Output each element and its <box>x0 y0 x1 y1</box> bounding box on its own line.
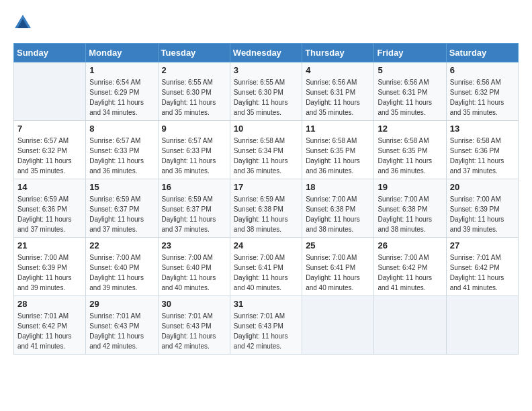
day-number: 20 <box>450 182 515 192</box>
svg-rect-2 <box>20 24 26 28</box>
day-cell: 3Sunrise: 6:55 AMSunset: 6:30 PMDaylight… <box>230 62 302 121</box>
day-number: 18 <box>306 182 370 192</box>
day-info: Sunrise: 7:00 AMSunset: 6:39 PMDaylight:… <box>450 194 515 234</box>
day-cell: 17Sunrise: 6:59 AMSunset: 6:38 PMDayligh… <box>230 179 302 238</box>
day-cell: 26Sunrise: 7:00 AMSunset: 6:42 PMDayligh… <box>374 238 446 296</box>
weekday-header-saturday: Saturday <box>446 44 518 62</box>
day-cell: 13Sunrise: 6:58 AMSunset: 6:36 PMDayligh… <box>446 121 518 179</box>
weekday-header-monday: Monday <box>86 44 158 62</box>
logo-icon <box>13 13 32 32</box>
day-cell: 25Sunrise: 7:00 AMSunset: 6:41 PMDayligh… <box>302 238 374 296</box>
day-info: Sunrise: 7:00 AMSunset: 6:41 PMDaylight:… <box>306 253 370 293</box>
day-info: Sunrise: 6:55 AMSunset: 6:30 PMDaylight:… <box>234 77 298 118</box>
day-info: Sunrise: 6:56 AMSunset: 6:32 PMDaylight:… <box>450 77 515 118</box>
day-number: 14 <box>17 182 82 192</box>
day-info: Sunrise: 7:00 AMSunset: 6:38 PMDaylight:… <box>378 194 442 234</box>
day-number: 11 <box>306 124 370 134</box>
day-info: Sunrise: 6:56 AMSunset: 6:31 PMDaylight:… <box>306 77 370 118</box>
day-number: 6 <box>450 65 515 75</box>
day-cell <box>302 296 374 355</box>
day-info: Sunrise: 6:57 AMSunset: 6:33 PMDaylight:… <box>162 136 226 176</box>
day-number: 26 <box>378 240 442 250</box>
day-number: 28 <box>17 299 82 309</box>
day-info: Sunrise: 6:58 AMSunset: 6:36 PMDaylight:… <box>450 136 515 176</box>
day-cell: 9Sunrise: 6:57 AMSunset: 6:33 PMDaylight… <box>158 121 230 179</box>
day-cell: 14Sunrise: 6:59 AMSunset: 6:36 PMDayligh… <box>14 179 86 238</box>
day-cell: 30Sunrise: 7:01 AMSunset: 6:43 PMDayligh… <box>158 296 230 355</box>
day-number: 31 <box>234 299 298 309</box>
day-number: 22 <box>89 240 154 250</box>
day-cell <box>14 62 86 121</box>
day-info: Sunrise: 7:00 AMSunset: 6:41 PMDaylight:… <box>234 253 298 293</box>
day-info: Sunrise: 7:00 AMSunset: 6:39 PMDaylight:… <box>17 253 82 293</box>
day-cell <box>446 296 518 355</box>
page-header <box>13 13 519 32</box>
day-info: Sunrise: 6:59 AMSunset: 6:37 PMDaylight:… <box>89 194 154 234</box>
day-cell: 2Sunrise: 6:55 AMSunset: 6:30 PMDaylight… <box>158 62 230 121</box>
day-info: Sunrise: 6:57 AMSunset: 6:33 PMDaylight:… <box>89 136 154 176</box>
day-info: Sunrise: 7:01 AMSunset: 6:43 PMDaylight:… <box>89 311 154 351</box>
weekday-header-row: SundayMondayTuesdayWednesdayThursdayFrid… <box>14 44 519 62</box>
day-info: Sunrise: 7:00 AMSunset: 6:40 PMDaylight:… <box>89 253 154 293</box>
calendar-table: SundayMondayTuesdayWednesdayThursdayFrid… <box>13 43 519 355</box>
day-info: Sunrise: 7:00 AMSunset: 6:38 PMDaylight:… <box>306 194 370 234</box>
day-number: 1 <box>89 65 154 75</box>
day-info: Sunrise: 6:59 AMSunset: 6:38 PMDaylight:… <box>234 194 298 234</box>
day-cell: 28Sunrise: 7:01 AMSunset: 6:42 PMDayligh… <box>14 296 86 355</box>
day-cell: 11Sunrise: 6:58 AMSunset: 6:35 PMDayligh… <box>302 121 374 179</box>
day-info: Sunrise: 6:54 AMSunset: 6:29 PMDaylight:… <box>89 77 154 118</box>
day-cell: 18Sunrise: 7:00 AMSunset: 6:38 PMDayligh… <box>302 179 374 238</box>
day-info: Sunrise: 6:58 AMSunset: 6:35 PMDaylight:… <box>378 136 442 176</box>
day-cell: 10Sunrise: 6:58 AMSunset: 6:34 PMDayligh… <box>230 121 302 179</box>
day-number: 7 <box>17 124 82 134</box>
day-number: 5 <box>378 65 442 75</box>
day-number: 12 <box>378 124 442 134</box>
day-info: Sunrise: 6:56 AMSunset: 6:31 PMDaylight:… <box>378 77 442 118</box>
day-number: 16 <box>162 182 226 192</box>
day-cell: 27Sunrise: 7:01 AMSunset: 6:42 PMDayligh… <box>446 238 518 296</box>
day-cell: 12Sunrise: 6:58 AMSunset: 6:35 PMDayligh… <box>374 121 446 179</box>
day-cell: 23Sunrise: 7:00 AMSunset: 6:40 PMDayligh… <box>158 238 230 296</box>
week-row-2: 7Sunrise: 6:57 AMSunset: 6:32 PMDaylight… <box>14 121 519 179</box>
day-number: 19 <box>378 182 442 192</box>
day-number: 25 <box>306 240 370 250</box>
day-number: 21 <box>17 240 82 250</box>
day-cell: 15Sunrise: 6:59 AMSunset: 6:37 PMDayligh… <box>86 179 158 238</box>
day-info: Sunrise: 6:58 AMSunset: 6:35 PMDaylight:… <box>306 136 370 176</box>
day-info: Sunrise: 7:01 AMSunset: 6:42 PMDaylight:… <box>450 253 515 293</box>
day-number: 17 <box>234 182 298 192</box>
weekday-header-wednesday: Wednesday <box>230 44 302 62</box>
day-number: 9 <box>162 124 226 134</box>
weekday-header-thursday: Thursday <box>302 44 374 62</box>
day-number: 23 <box>162 240 226 250</box>
day-info: Sunrise: 6:59 AMSunset: 6:36 PMDaylight:… <box>17 194 82 234</box>
weekday-header-sunday: Sunday <box>14 44 86 62</box>
day-cell: 20Sunrise: 7:00 AMSunset: 6:39 PMDayligh… <box>446 179 518 238</box>
day-number: 10 <box>234 124 298 134</box>
day-cell: 1Sunrise: 6:54 AMSunset: 6:29 PMDaylight… <box>86 62 158 121</box>
day-info: Sunrise: 6:55 AMSunset: 6:30 PMDaylight:… <box>162 77 226 118</box>
day-cell: 29Sunrise: 7:01 AMSunset: 6:43 PMDayligh… <box>86 296 158 355</box>
day-cell: 31Sunrise: 7:01 AMSunset: 6:43 PMDayligh… <box>230 296 302 355</box>
day-number: 2 <box>162 65 226 75</box>
day-number: 27 <box>450 240 515 250</box>
day-cell <box>374 296 446 355</box>
day-cell: 8Sunrise: 6:57 AMSunset: 6:33 PMDaylight… <box>86 121 158 179</box>
day-info: Sunrise: 7:00 AMSunset: 6:40 PMDaylight:… <box>162 253 226 293</box>
weekday-header-tuesday: Tuesday <box>158 44 230 62</box>
day-cell: 5Sunrise: 6:56 AMSunset: 6:31 PMDaylight… <box>374 62 446 121</box>
day-number: 3 <box>234 65 298 75</box>
day-info: Sunrise: 7:00 AMSunset: 6:42 PMDaylight:… <box>378 253 442 293</box>
day-info: Sunrise: 7:01 AMSunset: 6:43 PMDaylight:… <box>234 311 298 351</box>
day-cell: 7Sunrise: 6:57 AMSunset: 6:32 PMDaylight… <box>14 121 86 179</box>
day-number: 8 <box>89 124 154 134</box>
day-cell: 22Sunrise: 7:00 AMSunset: 6:40 PMDayligh… <box>86 238 158 296</box>
week-row-3: 14Sunrise: 6:59 AMSunset: 6:36 PMDayligh… <box>14 179 519 238</box>
day-info: Sunrise: 6:58 AMSunset: 6:34 PMDaylight:… <box>234 136 298 176</box>
day-info: Sunrise: 7:01 AMSunset: 6:43 PMDaylight:… <box>162 311 226 351</box>
day-number: 15 <box>89 182 154 192</box>
day-cell: 16Sunrise: 6:59 AMSunset: 6:37 PMDayligh… <box>158 179 230 238</box>
day-number: 30 <box>162 299 226 309</box>
week-row-1: 1Sunrise: 6:54 AMSunset: 6:29 PMDaylight… <box>14 62 519 121</box>
day-number: 24 <box>234 240 298 250</box>
